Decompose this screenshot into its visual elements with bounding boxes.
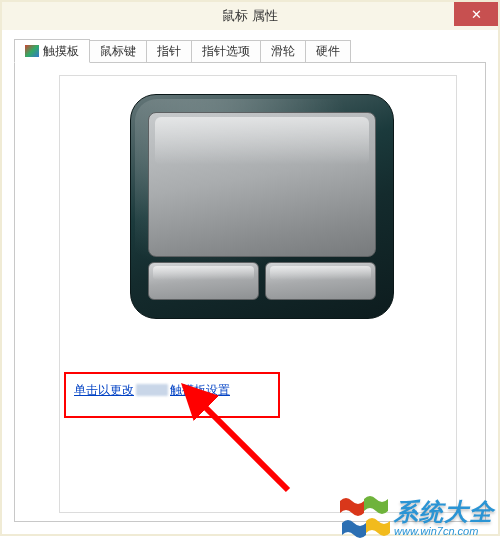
- tab-content: 单击以更改触摸板设置: [14, 62, 486, 522]
- tab-touchpad[interactable]: 触摸板: [14, 39, 90, 63]
- watermark: 系统大全 www.win7cn.com: [340, 495, 494, 541]
- tab-label: 滑轮: [271, 43, 295, 60]
- tab-label: 指针: [157, 43, 181, 60]
- mouse-properties-window: 鼠标 属性 ✕ 触摸板 鼠标键 指针 指针选项 滑轮 硬件: [0, 0, 500, 536]
- touchpad-surface: [148, 112, 376, 257]
- touchpad-illustration: [130, 94, 394, 319]
- window-title: 鼠标 属性: [222, 7, 278, 25]
- tab-pointer[interactable]: 指针: [146, 40, 192, 62]
- tab-hardware[interactable]: 硬件: [305, 40, 351, 62]
- touchpad-frame: 单击以更改触摸板设置: [59, 75, 457, 513]
- tab-label: 硬件: [316, 43, 340, 60]
- change-settings-link-part2[interactable]: 触摸板设置: [170, 383, 230, 397]
- watermark-logo-icon: [340, 495, 388, 541]
- tab-pointer-options[interactable]: 指针选项: [191, 40, 261, 62]
- touchpad-left-button: [148, 262, 259, 300]
- watermark-text: 系统大全 www.win7cn.com: [394, 500, 494, 537]
- tab-label: 触摸板: [43, 43, 79, 60]
- tab-label: 指针选项: [202, 43, 250, 60]
- close-button[interactable]: ✕: [454, 2, 498, 26]
- titlebar: 鼠标 属性 ✕: [2, 2, 498, 30]
- tab-label: 鼠标键: [100, 43, 136, 60]
- close-icon: ✕: [471, 8, 482, 21]
- touchpad-right-button: [265, 262, 376, 300]
- tab-buttons[interactable]: 鼠标键: [89, 40, 147, 62]
- settings-link-row: 单击以更改触摸板设置: [74, 382, 230, 399]
- touchpad-tab-icon: [25, 45, 39, 57]
- watermark-sub-text: www.win7cn.com: [394, 526, 478, 537]
- blurred-segment: [136, 384, 168, 396]
- tab-wheel[interactable]: 滑轮: [260, 40, 306, 62]
- watermark-main-text: 系统大全: [394, 500, 494, 524]
- tabstrip: 触摸板 鼠标键 指针 指针选项 滑轮 硬件: [2, 30, 498, 62]
- change-settings-link-part1[interactable]: 单击以更改: [74, 383, 134, 397]
